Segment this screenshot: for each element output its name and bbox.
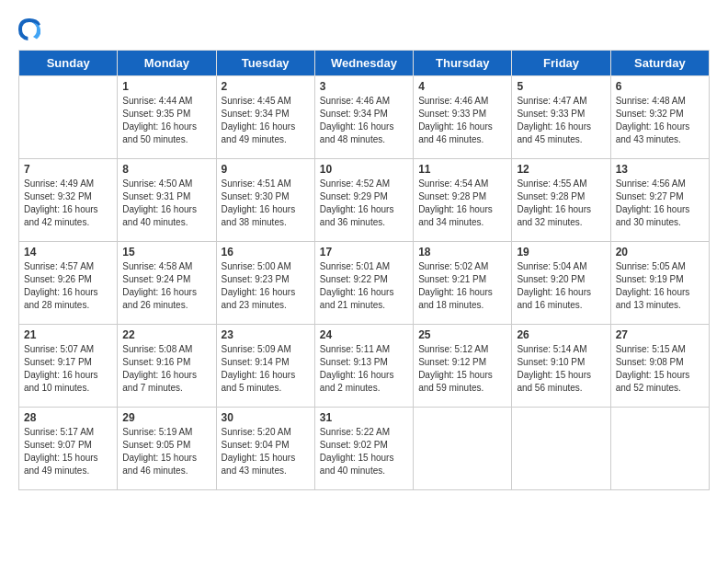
cell-line: Sunrise: 5:08 AM — [122, 343, 210, 356]
cell-line: Daylight: 16 hours — [320, 286, 408, 299]
cell-line: and 32 minutes. — [517, 216, 605, 229]
cell-line: Daylight: 16 hours — [222, 203, 310, 216]
day-number: 8 — [122, 163, 210, 176]
calendar-table: SundayMondayTuesdayWednesdayThursdayFrid… — [18, 50, 710, 490]
calendar-cell: 6Sunrise: 4:48 AMSunset: 9:32 PMDaylight… — [610, 76, 709, 159]
cell-line: Sunrise: 5:09 AM — [222, 343, 310, 356]
calendar-cell: 20Sunrise: 5:05 AMSunset: 9:19 PMDayligh… — [610, 242, 709, 325]
header-monday: Monday — [118, 51, 216, 76]
day-number: 16 — [222, 246, 310, 259]
cell-line: and 7 minutes. — [122, 382, 210, 395]
cell-line: and 16 minutes. — [517, 299, 605, 312]
cell-line: Sunrise: 5:00 AM — [222, 260, 310, 273]
cell-line: Sunrise: 4:46 AM — [418, 95, 506, 108]
cell-line: Daylight: 16 hours — [616, 203, 704, 216]
calendar-week-2: 7Sunrise: 4:49 AMSunset: 9:32 PMDaylight… — [19, 159, 710, 242]
calendar-cell — [512, 408, 610, 490]
logo — [18, 18, 44, 40]
day-number: 27 — [616, 328, 704, 341]
calendar-week-4: 21Sunrise: 5:07 AMSunset: 9:17 PMDayligh… — [19, 325, 710, 408]
cell-line: Daylight: 16 hours — [320, 121, 408, 133]
cell-line: Daylight: 16 hours — [320, 369, 408, 382]
day-number: 2 — [222, 80, 310, 93]
cell-line: Sunset: 9:16 PM — [122, 356, 210, 369]
cell-line: Daylight: 16 hours — [24, 203, 112, 216]
cell-line: Sunset: 9:22 PM — [320, 273, 408, 286]
calendar-cell: 9Sunrise: 4:51 AMSunset: 9:30 PMDaylight… — [216, 159, 314, 242]
cell-line: Daylight: 15 hours — [418, 369, 506, 382]
calendar-cell: 15Sunrise: 4:58 AMSunset: 9:24 PMDayligh… — [118, 242, 216, 325]
cell-line: Daylight: 16 hours — [122, 369, 210, 382]
cell-line: and 48 minutes. — [320, 133, 408, 146]
day-number: 21 — [24, 328, 112, 341]
calendar-cell: 27Sunrise: 5:15 AMSunset: 9:08 PMDayligh… — [610, 325, 709, 408]
cell-line: and 34 minutes. — [418, 216, 506, 229]
cell-line: Sunrise: 5:17 AM — [24, 426, 112, 439]
cell-line: Sunset: 9:02 PM — [320, 439, 408, 452]
calendar-cell: 22Sunrise: 5:08 AMSunset: 9:16 PMDayligh… — [118, 325, 216, 408]
day-number: 12 — [517, 163, 605, 176]
day-number: 3 — [320, 80, 408, 93]
cell-line: Sunrise: 4:55 AM — [517, 178, 605, 190]
cell-line: Sunset: 9:21 PM — [418, 273, 506, 286]
cell-line: Sunset: 9:24 PM — [122, 273, 210, 286]
calendar-cell: 3Sunrise: 4:46 AMSunset: 9:34 PMDaylight… — [314, 76, 413, 159]
calendar-cell: 19Sunrise: 5:04 AMSunset: 9:20 PMDayligh… — [512, 242, 610, 325]
cell-line: Sunset: 9:28 PM — [418, 190, 506, 203]
cell-line: Sunrise: 5:19 AM — [122, 426, 210, 439]
cell-line: Sunrise: 4:49 AM — [24, 178, 112, 190]
day-number: 31 — [320, 411, 408, 424]
cell-line: Sunrise: 4:56 AM — [616, 178, 704, 190]
cell-line: and 59 minutes. — [418, 382, 506, 395]
day-number: 7 — [24, 163, 112, 176]
cell-line: Sunrise: 4:47 AM — [517, 95, 605, 108]
header-thursday: Thursday — [414, 51, 512, 76]
cell-line: Daylight: 16 hours — [24, 286, 112, 299]
cell-line: Sunrise: 4:50 AM — [122, 178, 210, 190]
cell-line: and 46 minutes. — [122, 465, 210, 477]
cell-line: Sunset: 9:13 PM — [320, 356, 408, 369]
day-number: 22 — [122, 328, 210, 341]
calendar-cell: 30Sunrise: 5:20 AMSunset: 9:04 PMDayligh… — [216, 408, 314, 490]
cell-line: Sunrise: 4:45 AM — [222, 95, 310, 108]
calendar-week-3: 14Sunrise: 4:57 AMSunset: 9:26 PMDayligh… — [19, 242, 710, 325]
cell-line: Daylight: 16 hours — [418, 121, 506, 133]
cell-line: Daylight: 15 hours — [616, 369, 704, 382]
cell-line: and 5 minutes. — [222, 382, 310, 395]
cell-line: and 36 minutes. — [320, 216, 408, 229]
cell-line: Daylight: 16 hours — [517, 286, 605, 299]
cell-line: Daylight: 16 hours — [222, 369, 310, 382]
calendar-cell: 1Sunrise: 4:44 AMSunset: 9:35 PMDaylight… — [118, 76, 216, 159]
calendar-cell: 11Sunrise: 4:54 AMSunset: 9:28 PMDayligh… — [414, 159, 512, 242]
day-number: 30 — [222, 411, 310, 424]
cell-line: Sunset: 9:28 PM — [517, 190, 605, 203]
cell-line: Sunset: 9:33 PM — [418, 108, 506, 121]
day-number: 10 — [320, 163, 408, 176]
page-header — [18, 18, 710, 40]
cell-line: Sunrise: 4:51 AM — [222, 178, 310, 190]
cell-line: Sunset: 9:23 PM — [222, 273, 310, 286]
cell-line: Daylight: 15 hours — [517, 369, 605, 382]
calendar-cell — [610, 408, 709, 490]
cell-line: Sunrise: 4:52 AM — [320, 178, 408, 190]
day-number: 17 — [320, 246, 408, 259]
cell-line: and 21 minutes. — [320, 299, 408, 312]
day-number: 1 — [122, 80, 210, 93]
header-saturday: Saturday — [610, 51, 709, 76]
cell-line: Sunset: 9:17 PM — [24, 356, 112, 369]
calendar-cell: 31Sunrise: 5:22 AMSunset: 9:02 PMDayligh… — [314, 408, 413, 490]
cell-line: Daylight: 16 hours — [122, 203, 210, 216]
header-sunday: Sunday — [19, 51, 118, 76]
day-number: 6 — [616, 80, 704, 93]
cell-line: Sunset: 9:10 PM — [517, 356, 605, 369]
header-tuesday: Tuesday — [216, 51, 314, 76]
cell-line: Sunset: 9:34 PM — [320, 108, 408, 121]
cell-line: and 38 minutes. — [222, 216, 310, 229]
cell-line: Daylight: 16 hours — [122, 286, 210, 299]
day-number: 20 — [616, 246, 704, 259]
cell-line: Sunrise: 5:07 AM — [24, 343, 112, 356]
cell-line: and 45 minutes. — [517, 133, 605, 146]
cell-line: Sunset: 9:12 PM — [418, 356, 506, 369]
calendar-cell: 14Sunrise: 4:57 AMSunset: 9:26 PMDayligh… — [19, 242, 118, 325]
cell-line: Sunset: 9:30 PM — [222, 190, 310, 203]
